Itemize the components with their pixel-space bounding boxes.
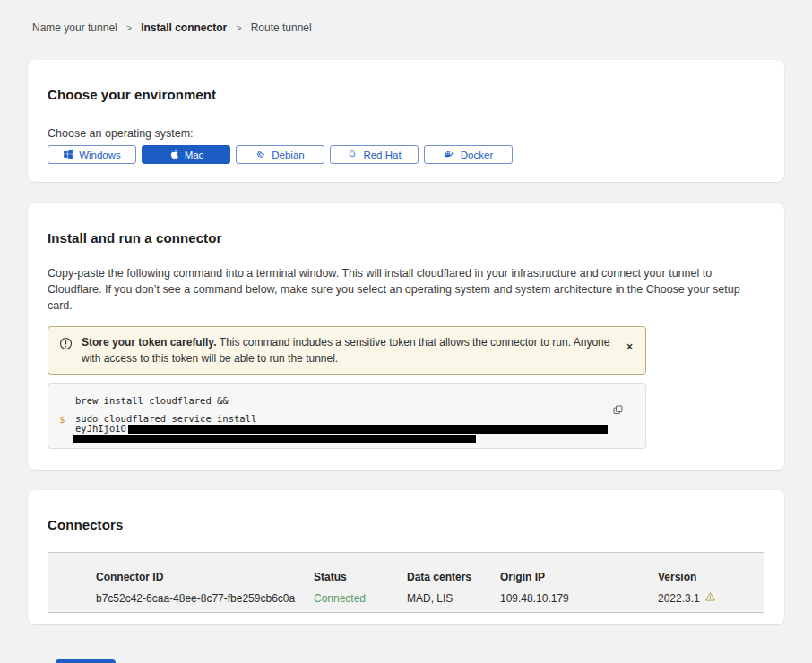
breadcrumb-name-your-tunnel[interactable]: Name your tunnel (32, 22, 117, 34)
environment-card: Choose your environment Choose an operat… (28, 60, 784, 182)
connectors-table: Connector ID Status Data centers Origin … (48, 552, 764, 613)
windows-icon (63, 149, 73, 161)
close-icon[interactable]: × (623, 340, 636, 354)
os-button-label: Mac (185, 150, 204, 160)
column-header-connector-id: Connector ID (96, 571, 314, 583)
os-button-label: Docker (461, 150, 493, 160)
debian-icon (255, 149, 266, 161)
alert-text: Store your token carefully. This command… (82, 334, 614, 366)
connectors-table-header: Connector ID Status Data centers Origin … (96, 571, 764, 583)
os-button-redhat[interactable]: Red Hat (330, 145, 419, 164)
install-description: Copy-paste the following command into a … (48, 265, 759, 314)
column-header-status: Status (314, 571, 407, 583)
os-button-debian[interactable]: Debian (236, 145, 324, 164)
install-card-title: Install and run a connector (48, 230, 764, 245)
code-line-2: sudo cloudflared service install (75, 414, 645, 424)
alert-circle-icon (59, 337, 73, 354)
install-card: Install and run a connector Copy-paste t… (28, 203, 784, 470)
code-token-line-2 (75, 434, 645, 443)
code-line-1: brew install cloudflared && (75, 396, 645, 406)
breadcrumb-separator: > (236, 22, 241, 33)
docker-icon (444, 149, 455, 161)
connectors-card-title: Connectors (48, 517, 764, 532)
copy-icon[interactable] (610, 402, 626, 420)
breadcrumb-separator: > (126, 22, 132, 33)
os-button-group: Windows Mac Debian Red Hat Docker (48, 145, 764, 164)
os-button-mac[interactable]: Mac (142, 145, 230, 164)
os-label: Choose an operating system: (48, 127, 764, 140)
column-header-data-centers: Data centers (407, 571, 500, 583)
column-header-version: Version (658, 571, 764, 583)
token-warning-banner: Store your token carefully. This command… (48, 326, 646, 375)
version-number: 2022.3.1 (658, 592, 700, 605)
environment-card-title: Choose your environment (48, 87, 764, 102)
code-block: $ brew install cloudflared && sudo cloud… (48, 383, 646, 449)
redhat-icon (347, 149, 358, 161)
next-button[interactable]: Next (56, 659, 116, 663)
os-button-label: Red Hat (363, 150, 401, 160)
table-row: b7c52c42-6caa-48ee-8c77-fbe259cb6c0a Con… (96, 591, 764, 605)
data-centers-value: MAD, LIS (407, 592, 500, 605)
warning-triangle-icon (704, 591, 716, 605)
status-badge: Connected (314, 592, 407, 605)
column-header-origin-ip: Origin IP (500, 571, 658, 583)
token-prefix: eyJhIjoiO (75, 423, 126, 434)
breadcrumb: Name your tunnel > Install connector > R… (28, 0, 784, 34)
os-button-label: Windows (79, 150, 121, 160)
connectors-card: Connectors Connector ID Status Data cent… (28, 490, 784, 624)
code-token-line: eyJhIjoiO (75, 424, 645, 434)
os-button-label: Debian (272, 150, 304, 160)
breadcrumb-route-tunnel[interactable]: Route tunnel (251, 22, 312, 34)
page: Name your tunnel > Install connector > R… (0, 0, 812, 663)
token-redaction-bar (73, 435, 476, 443)
alert-title: Store your token carefully. (82, 336, 220, 349)
apple-icon (168, 148, 179, 161)
version-value: 2022.3.1 (658, 591, 764, 605)
terminal-prompt: $ (59, 414, 65, 425)
token-redaction-bar (128, 425, 608, 434)
os-button-windows[interactable]: Windows (48, 145, 136, 164)
breadcrumb-install-connector[interactable]: Install connector (141, 22, 227, 34)
connector-id-value: b7c52c42-6caa-48ee-8c77-fbe259cb6c0a (96, 592, 314, 605)
os-button-docker[interactable]: Docker (424, 145, 513, 164)
origin-ip-value: 109.48.10.179 (500, 592, 658, 605)
